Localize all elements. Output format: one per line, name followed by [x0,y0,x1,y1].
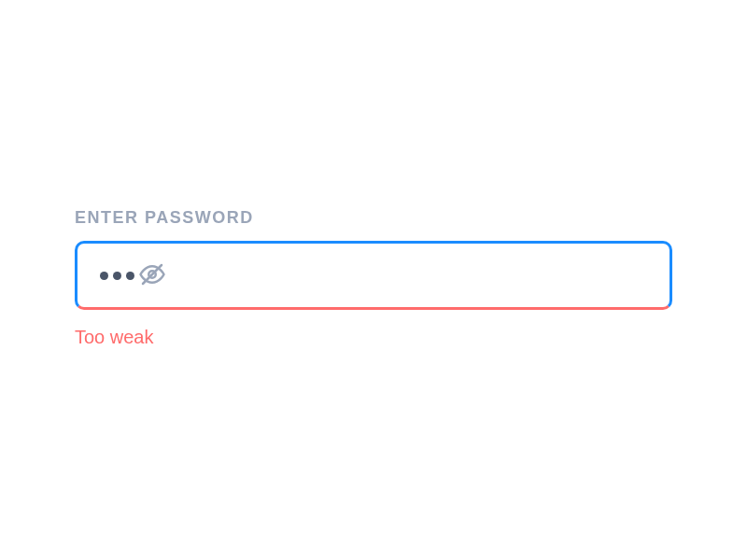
password-dot [113,272,121,280]
password-input-wrapper[interactable] [75,241,672,310]
password-label: ENTER PASSWORD [75,208,672,228]
password-strength-message: Too weak [75,327,672,348]
password-dot [126,272,134,280]
toggle-password-visibility-button[interactable] [134,257,170,295]
password-field-container: ENTER PASSWORD Too weak [75,208,672,348]
password-input[interactable] [100,272,134,280]
password-dot [100,272,108,280]
eye-off-icon [138,260,166,291]
